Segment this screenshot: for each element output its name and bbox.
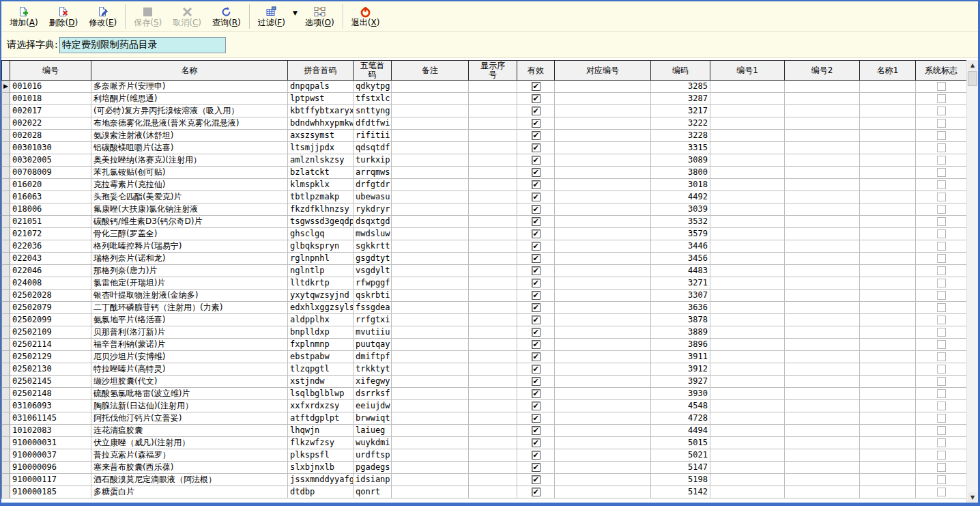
table-row[interactable]: 00302005奥美拉唑纳(洛赛克)(注射用）amlznlskzsyturkxi… [1,154,967,167]
unchecked-checkbox[interactable] [937,291,946,300]
unchecked-checkbox[interactable] [937,279,946,287]
table-row[interactable]: 002017(可必特)复方异丙托溴铵溶液（吸入用）kbtffybtxaryxrs… [1,105,967,117]
row-selector[interactable] [1,191,10,203]
table-row[interactable]: 016020克拉霉素片(克拉仙)klmspklxdrfgtdr✔3018 [1,179,967,191]
table-row[interactable]: 018006氟康唑(大扶康)氯化钠注射液fkzdfklhnzsyrykdryr✔… [1,203,967,216]
scroll-down-button[interactable]: ▼ [968,492,977,503]
unchecked-checkbox[interactable] [937,340,946,349]
row-selector[interactable] [1,425,10,437]
row-selector[interactable] [1,216,10,228]
table-row[interactable]: 031061145阿托伐他汀钙片(立普妥)atftdgplptbrwwiqt✔4… [1,412,967,425]
column-header-display-order[interactable]: 显示序 号 [469,60,517,81]
column-header-ref-code[interactable]: 对应编号 [555,60,651,81]
unchecked-checkbox[interactable] [937,402,946,410]
column-header-pinyin-initials[interactable]: 拼音首码 [288,60,354,81]
checked-checkbox[interactable]: ✔ [532,156,541,165]
unchecked-checkbox[interactable] [937,475,946,484]
table-row[interactable]: 03106093胸腺法新(日达仙)(注射用）xxfxrdxzsyeeiujdw✔… [1,400,967,412]
column-header-code2[interactable]: 编号2 [785,60,860,81]
checked-checkbox[interactable]: ✔ [532,107,541,115]
row-selector[interactable] [1,449,10,462]
checked-checkbox[interactable]: ✔ [532,303,541,312]
table-row[interactable]: 10102083连花清瘟胶囊lhqwjnlaiueg✔4494 [1,425,967,437]
table-row[interactable]: 02502079二丁酰环磷腺苷钙（注射用）(力素)edxhlxggzsylsfs… [1,302,967,314]
row-selector[interactable] [1,253,10,265]
checked-checkbox[interactable]: ✔ [532,131,541,140]
unchecked-checkbox[interactable] [937,438,946,447]
column-header-bianma[interactable]: 编码 [651,60,710,81]
table-row[interactable]: 00708009苯扎氯铵贴(创可贴)bzlatcktarrqmws✔3800 [1,167,967,179]
table-row[interactable]: 910000037普拉克索片(森福罗）plkspsflurdftsp✔5021 [1,449,967,462]
vertical-scrollbar[interactable]: ▲ ▼ [966,60,978,503]
checked-checkbox[interactable]: ✔ [532,266,541,275]
checked-checkbox[interactable]: ✔ [532,143,541,152]
row-selector[interactable] [1,167,10,179]
table-row[interactable]: 910000031伏立康唑（威凡)(注射用）flkzwfzsywuykdmi✔5… [1,437,967,449]
checked-checkbox[interactable]: ✔ [532,205,541,214]
checked-checkbox[interactable]: ✔ [532,451,541,460]
table-row[interactable]: 910000185多糖蛋白片dtdbpqonrt✔5142 [1,486,967,498]
table-row[interactable]: 02502114福辛普利钠(蒙诺)片fxplnmnppuutqay✔3896 [1,339,967,351]
dictionary-select-input[interactable] [59,37,226,53]
unchecked-checkbox[interactable] [937,205,946,214]
table-row[interactable]: 021051碳酸钙/维生素D3(钙尔奇D)片tsgwssd3geqdpdsqxt… [1,216,967,228]
toolbar-button-exit[interactable]: 退出(X) [347,2,385,31]
row-selector[interactable] [1,437,10,449]
row-selector[interactable] [1,412,10,425]
row-selector[interactable] [1,154,10,167]
unchecked-checkbox[interactable] [937,488,946,496]
row-selector[interactable] [1,462,10,474]
row-selector[interactable] [1,240,10,253]
unchecked-checkbox[interactable] [937,168,946,177]
checked-checkbox[interactable]: ✔ [532,229,541,238]
scroll-up-button[interactable]: ▲ [968,60,977,70]
row-selector[interactable] [1,388,10,400]
unchecked-checkbox[interactable] [937,107,946,115]
unchecked-checkbox[interactable] [937,303,946,312]
checked-checkbox[interactable]: ✔ [532,402,541,410]
table-row[interactable]: 02502099氨氯地平片(络活喜)aldpplhxrrfgtxi✔3878 [1,314,967,326]
unchecked-checkbox[interactable] [937,451,946,460]
toolbar-button-delete[interactable]: 删除(D) [44,2,83,31]
row-selector[interactable] [1,93,10,105]
column-header-name1[interactable]: 名称1 [860,60,916,81]
row-selector[interactable] [1,376,10,388]
checked-checkbox[interactable]: ✔ [532,180,541,189]
unchecked-checkbox[interactable] [937,377,946,386]
checked-checkbox[interactable]: ✔ [532,328,541,337]
checked-checkbox[interactable]: ✔ [532,193,541,201]
column-header-wubi-initials[interactable]: 五笔首 码 [354,60,392,81]
scrollbar-thumb[interactable] [968,71,977,86]
row-selector[interactable] [1,486,10,498]
unchecked-checkbox[interactable] [937,94,946,103]
unchecked-checkbox[interactable] [937,193,946,201]
checked-checkbox[interactable]: ✔ [532,365,541,374]
table-row[interactable]: 910000096塞来昔布胶囊(西乐葆)slxbjnxlbpgadegs✔514… [1,462,967,474]
column-header-sys-flag[interactable]: 系统标志 [916,60,967,81]
row-selector[interactable] [1,105,10,117]
unchecked-checkbox[interactable] [937,328,946,337]
checked-checkbox[interactable]: ✔ [532,242,541,251]
toolbar-button-add[interactable]: 增加(A) [5,2,43,31]
checked-checkbox[interactable]: ✔ [532,475,541,484]
column-header-code[interactable]: 编号 [10,60,91,81]
column-header-valid[interactable]: 有效 [517,60,555,81]
table-row[interactable]: 021072骨化三醇(罗盖全)ghsclgqmwdsluw✔3579 [1,228,967,240]
table-row[interactable]: 002022布地奈德雾化混悬液(普米克雾化混悬液)bdndwhhxypmkwhd… [1,117,967,130]
unchecked-checkbox[interactable] [937,463,946,472]
checked-checkbox[interactable]: ✔ [532,291,541,300]
row-selector[interactable] [1,142,10,154]
table-row[interactable]: 022046那格列奈(唐力)片nglntlpvsgdylt✔4483 [1,265,967,277]
unchecked-checkbox[interactable] [937,229,946,238]
row-selector[interactable] [1,265,10,277]
row-selector[interactable] [1,400,10,412]
row-selector[interactable] [1,228,10,240]
table-row[interactable]: 02502148硫酸氢氯吡格雷(波立维)片lsqlbglblwpdsrrksf✔… [1,388,967,400]
column-header-code1[interactable]: 编号1 [710,60,785,81]
checked-checkbox[interactable]: ✔ [532,377,541,386]
checked-checkbox[interactable]: ✔ [532,426,541,435]
checked-checkbox[interactable]: ✔ [532,119,541,128]
table-row[interactable]: 022036格列吡嗪控释片(瑞易宁)glbqksprynsgkkrtt✔3446 [1,240,967,253]
table-row[interactable]: 00301030铝碳酸镁咀嚼片(达喜)ltsmjjpdxqdsqtdf✔3315 [1,142,967,154]
checked-checkbox[interactable]: ✔ [532,315,541,324]
